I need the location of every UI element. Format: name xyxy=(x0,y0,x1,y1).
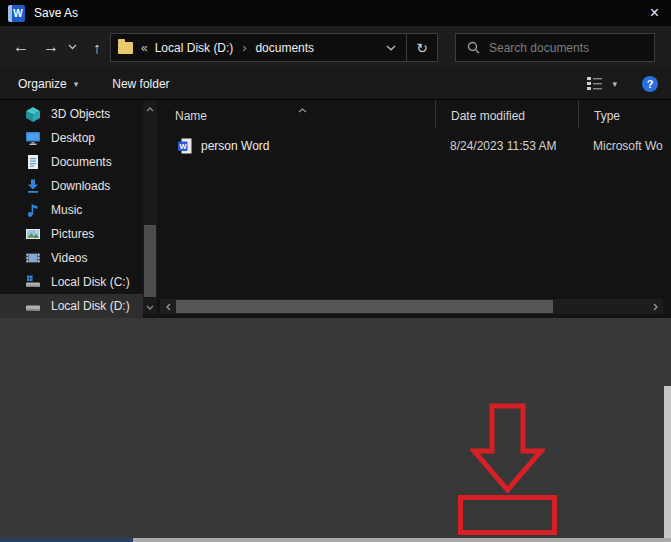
breadcrumb-separator: › xyxy=(242,41,246,55)
drive-c-icon xyxy=(25,274,41,290)
help-icon[interactable]: ? xyxy=(642,76,658,92)
address-bar[interactable]: « Local Disk (D:) › documents ↻ xyxy=(110,33,438,62)
background-strip-left xyxy=(0,538,133,542)
navigation-pane: 3D Objects Desktop Documents Downloads M… xyxy=(0,102,143,318)
navigation-bar: ← → ↑ « Local Disk (D:) › documents ↻ xyxy=(0,26,671,68)
background-strip-right xyxy=(133,538,671,542)
file-name: person Word xyxy=(201,139,269,153)
explorer-area: 3D Objects Desktop Documents Downloads M… xyxy=(0,100,671,318)
sidebar-item-label: Local Disk (D:) xyxy=(51,299,130,313)
column-header-type[interactable]: Type xyxy=(578,100,663,129)
word-app-icon: W xyxy=(8,5,25,22)
breadcrumb-drive[interactable]: Local Disk (D:) xyxy=(155,41,234,55)
new-folder-label: New folder xyxy=(112,77,169,91)
sidebar-item-pictures[interactable]: Pictures xyxy=(0,222,143,246)
sidebar-item-local-disk-d[interactable]: Local Disk (D:) xyxy=(0,294,143,318)
downloads-icon xyxy=(25,178,41,194)
up-icon[interactable]: ↑ xyxy=(84,26,110,68)
folder-icon xyxy=(118,42,133,54)
sidebar-item-music[interactable]: Music xyxy=(0,198,143,222)
chevron-down-icon: ▾ xyxy=(74,79,79,89)
sidebar-item-desktop[interactable]: Desktop xyxy=(0,126,143,150)
organize-label: Organize xyxy=(18,77,67,91)
sidebar-item-label: Documents xyxy=(51,155,112,169)
new-folder-button[interactable]: New folder xyxy=(112,77,169,91)
sort-ascending-icon xyxy=(298,102,307,116)
sidebar-item-label: Music xyxy=(51,203,82,217)
refresh-icon[interactable]: ↻ xyxy=(407,40,437,56)
address-dropdown-icon[interactable] xyxy=(376,45,406,51)
table-row[interactable]: W person Word 8/24/2023 11:53 AM Microso… xyxy=(160,134,663,158)
title-bar: W Save As × xyxy=(0,0,671,26)
forward-icon[interactable]: → xyxy=(38,26,64,68)
sidebar-item-label: Local Disk (C:) xyxy=(51,275,130,289)
horizontal-scrollbar[interactable] xyxy=(160,299,663,314)
sidebar-item-3d-objects[interactable]: 3D Objects xyxy=(0,102,143,126)
music-icon xyxy=(25,202,41,218)
search-input[interactable] xyxy=(489,41,639,55)
view-list-icon[interactable] xyxy=(587,77,603,90)
breadcrumb-collapsed[interactable]: « xyxy=(141,41,148,55)
column-header-row: Name Date modified Type xyxy=(160,100,663,129)
3d-objects-icon xyxy=(25,106,41,122)
sidebar-item-label: Downloads xyxy=(51,179,110,193)
sidebar-item-label: Videos xyxy=(51,251,87,265)
pictures-icon xyxy=(25,226,41,242)
organize-button[interactable]: Organize ▾ xyxy=(18,77,78,91)
sidebar-item-label: Pictures xyxy=(51,227,94,241)
drive-d-icon xyxy=(25,298,41,314)
view-dropdown-icon[interactable]: ▾ xyxy=(612,79,617,89)
svg-text:W: W xyxy=(180,142,188,151)
sidebar-item-documents[interactable]: Documents xyxy=(0,150,143,174)
annotation-arrow-icon xyxy=(470,403,545,495)
file-date-modified: 8/24/2023 11:53 AM xyxy=(435,139,578,153)
sidebar-scrollbar-thumb[interactable] xyxy=(144,225,156,297)
background-window-sliver xyxy=(664,386,671,538)
column-header-date-modified[interactable]: Date modified xyxy=(435,100,578,129)
search-icon xyxy=(467,41,480,54)
sidebar-scrollbar[interactable] xyxy=(143,100,157,314)
scroll-right-icon[interactable] xyxy=(648,299,662,314)
scroll-down-icon[interactable] xyxy=(143,300,157,314)
sidebar-item-label: Desktop xyxy=(51,131,95,145)
history-chevron-icon[interactable] xyxy=(64,26,80,68)
annotation-highlight-rectangle xyxy=(458,495,557,535)
desktop-icon xyxy=(25,130,41,146)
documents-icon xyxy=(25,154,41,170)
back-icon[interactable]: ← xyxy=(8,26,34,68)
sidebar-item-local-disk-c[interactable]: Local Disk (C:) xyxy=(0,270,143,294)
file-type: Microsoft Word xyxy=(578,139,663,153)
window-title: Save As xyxy=(34,6,78,20)
word-file-icon: W xyxy=(177,138,193,154)
sidebar-item-videos[interactable]: Videos xyxy=(0,246,143,270)
horizontal-scrollbar-thumb[interactable] xyxy=(176,300,553,313)
save-options-pane: File name: Person Wps Save as type: Word… xyxy=(0,318,671,538)
scroll-up-icon[interactable] xyxy=(143,102,157,116)
file-list: Name Date modified Type W person Word 8/… xyxy=(160,100,663,318)
breadcrumb-folder[interactable]: documents xyxy=(255,41,314,55)
close-icon[interactable]: × xyxy=(650,5,659,21)
sidebar-item-downloads[interactable]: Downloads xyxy=(0,174,143,198)
command-toolbar: Organize ▾ New folder ▾ ? xyxy=(0,68,671,100)
search-box[interactable] xyxy=(455,33,655,62)
save-as-dialog: W Save As × ← → ↑ « Local Disk (D:) › do… xyxy=(0,0,671,542)
sidebar-item-label: 3D Objects xyxy=(51,107,110,121)
videos-icon xyxy=(25,250,41,266)
scroll-left-icon[interactable] xyxy=(161,299,175,314)
